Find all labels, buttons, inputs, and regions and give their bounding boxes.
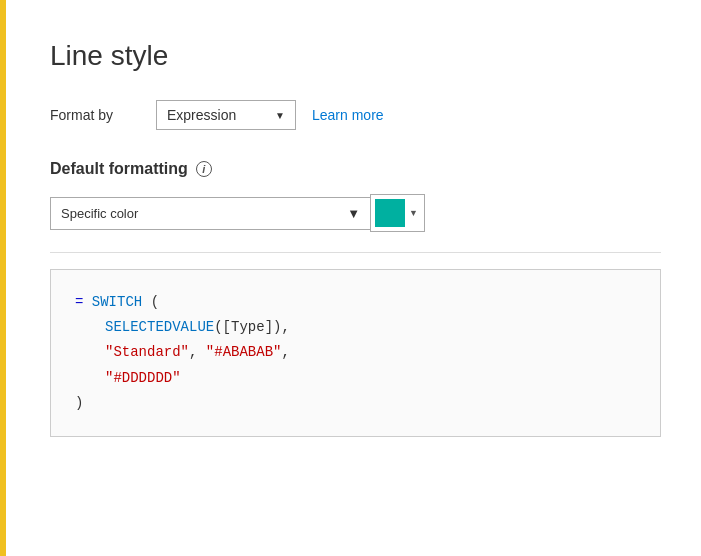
info-icon[interactable]: i [196, 161, 212, 177]
divider [50, 252, 661, 253]
specific-color-dropdown[interactable]: Specific color ▼ [50, 197, 370, 230]
page-title: Line style [50, 40, 661, 72]
format-by-label: Format by [50, 107, 140, 123]
code-line-2: SELECTEDVALUE([Type]), [105, 315, 636, 340]
code-line-3: "Standard", "#ABABAB", [105, 340, 636, 365]
code-str-dddddd: "#DDDDDD" [105, 370, 181, 386]
code-selectedvalue-func: SELECTEDVALUE [105, 319, 214, 335]
code-str-ababab: "#ABABAB" [206, 344, 282, 360]
code-comma-2: , [189, 344, 197, 360]
learn-more-link[interactable]: Learn more [312, 107, 384, 123]
color-swatch-picker[interactable]: ▼ [370, 194, 425, 232]
specific-color-label: Specific color [61, 206, 138, 221]
code-func-args: ([Type]) [214, 319, 281, 335]
code-line-1: = SWITCH ( [75, 290, 636, 315]
code-editor[interactable]: = SWITCH ( SELECTEDVALUE([Type]), "Stand… [50, 269, 661, 437]
format-by-dropdown[interactable]: Expression ▼ [156, 100, 296, 130]
format-by-chevron-icon: ▼ [275, 110, 285, 121]
code-comma-3: , [281, 344, 289, 360]
code-comma-1: , [281, 319, 289, 335]
color-selector-row: Specific color ▼ ▼ [50, 194, 661, 232]
code-line-5: ) [75, 391, 636, 416]
default-formatting-section: Default formatting i [50, 160, 661, 178]
default-formatting-title: Default formatting [50, 160, 188, 178]
code-open-paren: ( [151, 294, 159, 310]
code-str-standard: "Standard" [105, 344, 189, 360]
code-close-paren: ) [75, 395, 83, 411]
code-line-4: "#DDDDDD" [105, 366, 636, 391]
swatch-chevron-icon: ▼ [407, 208, 420, 218]
color-swatch [375, 199, 405, 227]
format-by-dropdown-value: Expression [167, 107, 236, 123]
code-equals: = [75, 294, 83, 310]
yellow-accent-bar [0, 0, 6, 556]
color-dropdown-chevron-icon: ▼ [347, 206, 360, 221]
code-switch-keyword: SWITCH [92, 294, 142, 310]
format-by-row: Format by Expression ▼ Learn more [50, 100, 661, 130]
